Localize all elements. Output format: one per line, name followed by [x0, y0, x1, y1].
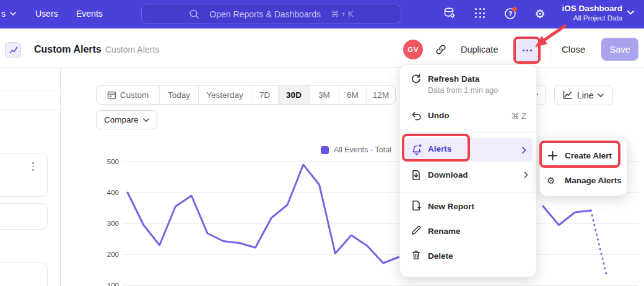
chevron-down-icon	[143, 118, 149, 122]
menu-label: Download	[428, 170, 468, 180]
range-custom[interactable]: Custom	[97, 86, 160, 104]
refresh-icon	[410, 73, 422, 85]
compare-label: Compare	[104, 115, 139, 124]
chevron-down-icon	[627, 11, 634, 15]
trash-icon	[410, 249, 422, 261]
menu-label: Undo	[428, 111, 450, 120]
search-shortcut: ⌘ + K	[331, 9, 354, 19]
y-axis-label: 500	[107, 158, 119, 165]
mini-line-chart-icon	[9, 46, 18, 55]
report-type-icon	[5, 42, 21, 58]
legend-label: All Events - Total	[334, 145, 391, 154]
menu-item-alerts[interactable]: Alerts	[405, 138, 533, 162]
project-name: iOS Dashboard	[562, 4, 622, 13]
nav-item-events[interactable]: Events	[76, 9, 103, 19]
sidebar-divider	[0, 109, 61, 110]
calendar-icon	[107, 90, 116, 100]
search-icon	[189, 9, 199, 19]
menu-label: New Report	[428, 202, 474, 211]
new-report-icon	[410, 199, 422, 212]
range-3m[interactable]: 3M	[310, 86, 339, 104]
settings-gear-icon[interactable]: ⚙	[533, 6, 547, 21]
y-axis-label: 100	[107, 282, 119, 286]
menu-shortcut: ⌘ Z	[511, 111, 526, 121]
project-scope: All Project Data	[562, 14, 622, 22]
nav-item-partial[interactable]: s	[1, 9, 16, 19]
menu-label: Delete	[428, 251, 453, 261]
share-link-icon[interactable]	[435, 43, 447, 56]
more-options-menu: Refresh Data Data from 1 min ago Undo ⌘ …	[399, 64, 537, 277]
chevron-right-icon	[522, 147, 526, 154]
menu-label: Rename	[428, 227, 461, 236]
page-title: Custom Alerts	[34, 44, 102, 55]
range-6m[interactable]: 6M	[339, 86, 367, 104]
menu-subtitle: Data from 1 min ago	[428, 86, 498, 95]
report-card[interactable]	[0, 203, 48, 230]
app-window: 500400300200100 All Events - Total Custo…	[0, 0, 644, 286]
bell-plus-icon	[411, 144, 423, 156]
top-navbar: s Users Events Open Reports & Dashboards…	[0, 0, 644, 28]
menu-divider	[400, 132, 536, 133]
kebab-menu-icon[interactable]	[32, 162, 34, 171]
chevron-down-icon	[598, 93, 604, 97]
chevron-right-icon	[524, 171, 528, 178]
alerts-submenu: Create Alert ⚙ Manage Alerts	[539, 137, 627, 196]
nav-item-users[interactable]: Users	[35, 9, 58, 19]
reports-sidebar	[0, 68, 61, 286]
project-switcher[interactable]: iOS Dashboard All Project Data	[562, 4, 634, 22]
pencil-icon	[410, 224, 422, 236]
menu-label: Refresh Data	[428, 74, 479, 84]
undo-icon	[410, 110, 422, 122]
date-range-selector: CustomTodayYesterday7D30D3M6M12M	[96, 85, 396, 105]
search-input[interactable]: Open Reports & Dashboards ⌘ + K	[141, 4, 401, 24]
svg-text:?: ?	[508, 10, 513, 17]
chart-type-label: Line	[577, 90, 593, 100]
y-axis-label: 300	[107, 220, 119, 227]
series-solid	[128, 165, 399, 263]
chart-legend[interactable]: All Events - Total	[321, 145, 391, 154]
legend-swatch	[321, 146, 329, 154]
series-dotted	[591, 210, 607, 277]
data-management-icon[interactable]	[443, 6, 456, 21]
line-chart-icon	[562, 90, 573, 100]
series-solid	[543, 206, 591, 225]
help-icon[interactable]: ?	[504, 6, 518, 21]
avatar[interactable]: GV	[403, 40, 423, 59]
duplicate-button[interactable]: Duplicate	[461, 45, 498, 54]
y-axis-label: 400	[107, 189, 119, 196]
download-icon	[410, 169, 422, 181]
range-today[interactable]: Today	[160, 86, 199, 104]
range-12m[interactable]: 12M	[367, 86, 395, 104]
close-button[interactable]: Close	[562, 44, 585, 54]
plus-icon	[547, 150, 558, 161]
breadcrumb: Custom Alerts	[105, 45, 159, 54]
y-axis-label: 200	[107, 251, 119, 258]
report-card[interactable]	[0, 262, 48, 286]
report-card[interactable]	[0, 153, 48, 197]
menu-label: Alerts	[428, 144, 451, 154]
sidebar-divider	[0, 90, 61, 90]
compare-button[interactable]: Compare	[96, 110, 157, 129]
range-7d[interactable]: 7D	[251, 86, 279, 104]
apps-grid-icon[interactable]	[474, 6, 487, 21]
submenu-label: Manage Alerts	[565, 176, 622, 185]
more-options-button[interactable]	[516, 39, 539, 62]
range-yesterday[interactable]: Yesterday	[199, 86, 251, 104]
save-button[interactable]: Save	[601, 38, 638, 61]
range-30d[interactable]: 30D	[279, 86, 310, 104]
header-divider	[550, 40, 550, 59]
chevron-down-icon	[10, 12, 16, 15]
report-header: Custom Alerts Custom Alerts GV Duplicate…	[0, 28, 644, 68]
search-placeholder: Open Reports & Dashboards	[209, 9, 321, 19]
gear-icon: ⚙	[547, 176, 555, 185]
chart-type-button[interactable]: Line	[554, 85, 613, 105]
submenu-label: Create Alert	[565, 151, 612, 160]
menu-divider	[400, 193, 536, 193]
